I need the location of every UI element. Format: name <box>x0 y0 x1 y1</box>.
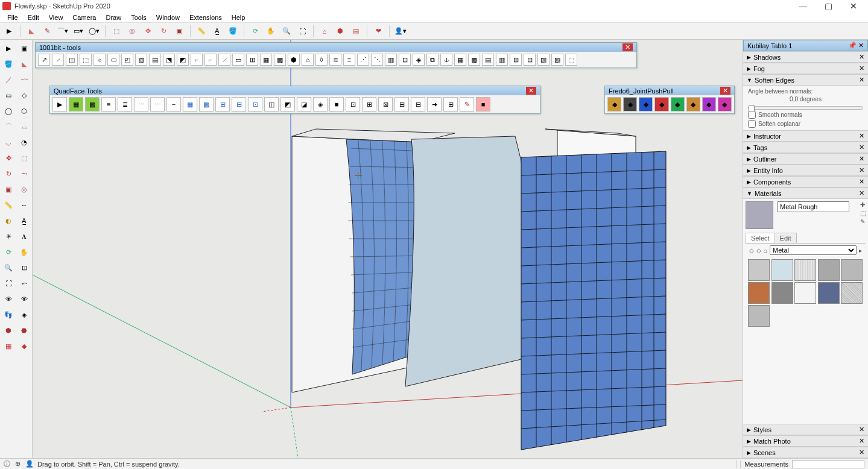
jpp-icon[interactable]: ◆ <box>639 97 653 112</box>
panel-quadface[interactable]: QuadFace Tools ✕ ▶ ▦ ▩ ≡ ≣ ⋯ ⋯ − ▦ ▩ ⊞ ⊟… <box>49 86 540 114</box>
material-swatch[interactable] <box>818 282 840 304</box>
tool-icon[interactable]: ⊟ <box>524 54 536 66</box>
panel-1001bit[interactable]: 1001bit - tools ✕ ↗ ⟋ ◫ ⬚ ⟐ ⬭ ◰ ▧ ▤ ⬔ ◩ … <box>35 42 637 68</box>
tool-icon[interactable]: ⋰ <box>357 54 369 66</box>
freehand-icon[interactable]: 〰 <box>17 72 31 87</box>
tool-icon[interactable]: ⬢ <box>288 54 300 66</box>
zoom-tool-icon[interactable]: 🔍 <box>1 260 16 275</box>
jpp-icon[interactable]: ◆ <box>686 97 700 112</box>
qf-icon[interactable]: ⊡ <box>248 97 262 112</box>
extension-warehouse-icon[interactable]: ⬢ <box>334 25 347 38</box>
previous-view-icon[interactable]: ⤺ <box>17 276 31 291</box>
panel-soften[interactable]: ▼Soften Edges✕ <box>743 74 868 86</box>
qf-icon[interactable]: ▩ <box>85 97 100 112</box>
qf-icon[interactable]: ◩ <box>280 97 295 112</box>
pan-tool-icon[interactable]: ✋ <box>17 245 31 259</box>
measurements-input[interactable] <box>792 460 864 468</box>
tool-icon[interactable]: ⊡ <box>399 54 411 66</box>
offset-tool-icon[interactable]: ◎ <box>17 182 31 197</box>
panel-fog[interactable]: ▶Fog✕ <box>743 63 868 74</box>
qf-icon[interactable]: ▦ <box>69 97 83 112</box>
panel-1001bit-title[interactable]: 1001bit - tools ✕ <box>36 43 636 52</box>
move-tool-icon[interactable]: ✥ <box>1 151 16 165</box>
pan-icon[interactable]: ✋ <box>264 25 277 38</box>
material-swatch[interactable] <box>794 259 816 281</box>
pushpull-tool-icon[interactable]: ⬚ <box>17 151 31 165</box>
tool-icon[interactable]: ▦ <box>260 54 272 66</box>
material-swatch[interactable] <box>841 259 863 281</box>
collapse-icon[interactable]: ✕ <box>859 449 864 456</box>
qf-icon[interactable]: ⊟ <box>411 97 425 112</box>
panel-shadows[interactable]: ▶Shadows✕ <box>743 51 868 63</box>
menu-view[interactable]: View <box>44 14 68 21</box>
qf-icon[interactable]: ➜ <box>427 97 442 112</box>
walk-icon[interactable]: 👣 <box>1 307 16 322</box>
rectangle-dropdown-icon[interactable]: ▭▾ <box>72 25 85 38</box>
jpp-icon[interactable]: ◆ <box>607 97 621 112</box>
collapse-icon[interactable]: ✕ <box>859 132 864 140</box>
extension4-icon[interactable]: ◆ <box>17 339 31 353</box>
menu-edit[interactable]: Edit <box>23 14 44 21</box>
paint-icon[interactable]: 🪣 <box>226 25 239 38</box>
menu-draw[interactable]: Draw <box>101 14 126 21</box>
protractor-icon[interactable]: ◐ <box>1 213 16 228</box>
polygon-icon[interactable]: ⬡ <box>17 104 31 118</box>
extension3-icon[interactable]: ▦ <box>1 339 16 353</box>
arc1-icon[interactable]: ⌒ <box>1 119 16 134</box>
scale-tool-icon[interactable]: ▣ <box>1 182 16 197</box>
tool-icon[interactable]: ▥ <box>496 54 508 66</box>
extension2-icon[interactable]: ⬣ <box>17 323 31 338</box>
nav-back-icon[interactable]: ◇ <box>749 247 754 254</box>
select-tool-icon[interactable]: ▶ <box>2 25 16 38</box>
offset-icon[interactable]: ◎ <box>125 25 139 38</box>
tab-select[interactable]: Select <box>746 233 775 243</box>
tool-icon[interactable]: ◊ <box>315 54 328 66</box>
material-swatch[interactable] <box>771 259 793 281</box>
qf-icon[interactable]: − <box>166 97 181 112</box>
user-icon[interactable]: 👤▾ <box>394 25 407 38</box>
qf-icon[interactable]: ▦ <box>183 97 197 112</box>
tool-icon[interactable]: ▩ <box>274 54 286 66</box>
qf-icon[interactable]: ◪ <box>297 97 311 112</box>
tool-icon[interactable]: ◈ <box>413 54 425 66</box>
panel-fredo6[interactable]: Fredo6_JointPushPull ✕ ◆ ◆ ◆ ◆ ◆ ◆ ◆ ◆ <box>604 86 735 114</box>
qf-icon[interactable]: ⊞ <box>443 97 458 112</box>
tool-icon[interactable]: ⟋ <box>52 54 64 66</box>
circle-tool-icon[interactable]: ◯ <box>1 104 16 118</box>
soften-coplanar-checkbox[interactable] <box>748 120 756 128</box>
qf-icon[interactable]: ■ <box>476 97 490 112</box>
qf-icon[interactable]: ▩ <box>199 97 214 112</box>
paint-bucket-icon[interactable]: 🪣 <box>1 57 16 71</box>
current-material-swatch[interactable] <box>746 201 773 229</box>
nav-fwd-icon[interactable]: ◇ <box>756 247 761 254</box>
tray-pin-icon[interactable]: 📌 <box>848 42 857 49</box>
collapse-icon[interactable]: ✕ <box>859 178 864 186</box>
line-icon[interactable]: ／ <box>1 72 16 87</box>
jpp-icon[interactable]: ◆ <box>702 97 716 112</box>
geo-icon[interactable]: ⊕ <box>15 460 21 468</box>
text-tool-icon[interactable]: A̲ <box>17 213 31 228</box>
panel-tags[interactable]: ▶Tags✕ <box>743 142 868 153</box>
tool-icon[interactable]: ⬚ <box>80 54 92 66</box>
qf-icon[interactable]: ■ <box>329 97 344 112</box>
menu-help[interactable]: Help <box>227 14 250 21</box>
panel-materials[interactable]: ▼Materials✕ <box>743 187 868 199</box>
help-icon[interactable]: ⓘ <box>4 459 10 468</box>
tool-icon[interactable]: ▭ <box>232 54 244 66</box>
tool-icon[interactable]: ⬭ <box>107 54 119 66</box>
jpp-icon[interactable]: ◆ <box>623 97 637 112</box>
rotated-rect-icon[interactable]: ◇ <box>17 88 31 102</box>
details-icon[interactable]: ▸ <box>859 247 862 254</box>
material-swatch[interactable] <box>818 259 840 281</box>
user-status-icon[interactable]: 👤 <box>25 460 34 468</box>
tool-icon[interactable]: ⌂ <box>302 54 314 66</box>
extension1-icon[interactable]: ⬢ <box>1 323 16 338</box>
tool-icon[interactable]: ⟋ <box>218 54 230 66</box>
collapse-icon[interactable]: ✕ <box>859 437 864 445</box>
tool-icon[interactable]: ⋱ <box>371 54 383 66</box>
create-material-icon[interactable]: ✚ <box>860 201 866 208</box>
tool-icon[interactable]: ⬔ <box>163 54 175 66</box>
minimize-button[interactable]: — <box>796 1 810 11</box>
material-swatch[interactable] <box>748 282 770 304</box>
move-icon[interactable]: ✥ <box>141 25 154 38</box>
